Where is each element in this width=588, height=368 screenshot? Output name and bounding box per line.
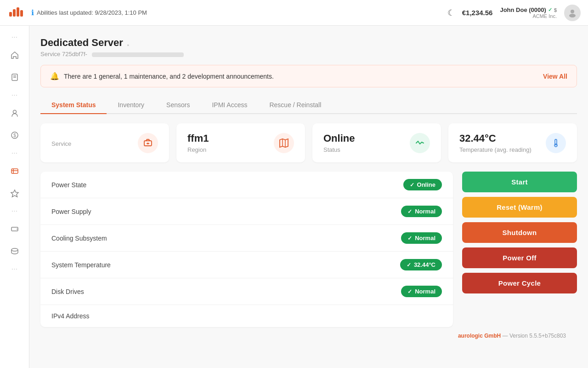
sidebar-item-services[interactable]: [5, 161, 25, 181]
card-temperature-value: 32.44°C: [459, 132, 531, 144]
balance: €1,234.56: [462, 9, 493, 17]
check-icon-2: ✓: [407, 208, 412, 215]
layout: ··· ··· $ ··· ··· ···: [0, 26, 588, 368]
cards-row: Service ffm1 Region Online: [40, 123, 577, 162]
table-row-cooling: Cooling Subsystem ✓ Normal: [40, 225, 453, 252]
sidebar-item-hardware[interactable]: [5, 219, 25, 239]
svg-marker-23: [280, 139, 288, 147]
card-service-content: Service: [51, 138, 71, 147]
moon-icon[interactable]: ☾: [447, 8, 455, 18]
card-service: Service: [40, 123, 169, 162]
check-icon-3: ✓: [407, 235, 412, 242]
footer-version: — Version 5.5.5+b75c803: [503, 333, 566, 339]
svg-point-10: [13, 110, 16, 114]
sidebar-dots-top[interactable]: ···: [10, 31, 19, 43]
shutdown-button[interactable]: Shutdown: [462, 222, 577, 243]
footer-brand: aurologic GmbH: [458, 333, 501, 339]
page-header: Dedicated Server . Service 725dbf7f-: [40, 37, 577, 58]
disk-drives-label: Disk Drives: [51, 288, 84, 295]
svg-point-18: [17, 229, 17, 230]
check-icon-4: ✓: [407, 262, 411, 268]
user-name: John Doe (0000) ✓ $: [500, 6, 557, 13]
topbar-right: ☾ €1,234.56 John Doe (0000) ✓ $ ACME Inc…: [447, 5, 581, 21]
announcement-text: There are 1 general, 1 maintenance, and …: [64, 73, 274, 80]
system-temp-badge: ✓ 32.44°C: [400, 259, 442, 270]
svg-point-27: [554, 144, 557, 147]
tab-system-status[interactable]: System Status: [40, 97, 107, 114]
user-company: ACME Inc.: [500, 13, 557, 19]
card-region: ffm1 Region: [176, 123, 305, 162]
logo: [7, 4, 26, 22]
power-state-badge: ✓ Online: [403, 179, 442, 190]
info-icon: ℹ: [31, 8, 34, 17]
view-all-button[interactable]: View All: [543, 73, 567, 80]
table-row-ipv4: IPv4 Address: [40, 305, 453, 327]
card-service-label: Service: [51, 140, 71, 147]
sidebar-item-billing[interactable]: $: [5, 125, 25, 145]
topbar-info: ℹ Abilities last updated: 9/28/2023, 1:1…: [31, 8, 147, 17]
card-region-icon: [274, 133, 294, 153]
poweroff-button[interactable]: Power Off: [462, 247, 577, 268]
reset-button[interactable]: Reset (Warm): [462, 197, 577, 218]
page-subtitle: Service 725dbf7f-: [40, 51, 577, 58]
start-button[interactable]: Start: [462, 172, 577, 192]
sidebar-dots-3[interactable]: ···: [10, 147, 19, 159]
card-status: Online Status: [312, 123, 441, 162]
subtitle-bar: [92, 52, 184, 57]
footer: aurologic GmbH — Version 5.5.5+b75c803: [40, 327, 577, 345]
announcement-banner: 🔔 There are 1 general, 1 maintenance, an…: [40, 65, 577, 87]
announcement-left: 🔔 There are 1 general, 1 maintenance, an…: [50, 72, 274, 80]
sidebar-item-favorites[interactable]: [5, 183, 25, 203]
card-status-icon: [410, 133, 430, 153]
power-state-label: Power State: [51, 181, 86, 189]
sidebar-dots-4[interactable]: ···: [10, 205, 19, 217]
check-icon-5: ✓: [407, 288, 412, 295]
user-info: John Doe (0000) ✓ $ ACME Inc.: [500, 6, 557, 19]
card-status-label: Status: [323, 146, 355, 153]
sidebar-item-orders[interactable]: [5, 67, 25, 87]
svg-marker-16: [11, 190, 18, 197]
tabs: System Status Inventory Sensors IPMI Acc…: [40, 97, 577, 114]
user-billing-icon: $: [554, 7, 557, 13]
page-title: Dedicated Server .: [40, 37, 577, 49]
action-panel: Start Reset (Warm) Shutdown Power Off Po…: [462, 172, 577, 327]
sidebar-item-home[interactable]: [5, 45, 25, 65]
content-area: Power State ✓ Online Power Supply ✓ Norm…: [40, 172, 577, 327]
user-verified-icon: ✓: [548, 7, 552, 13]
topbar-left: ℹ Abilities last updated: 9/28/2023, 1:1…: [7, 4, 147, 22]
svg-rect-13: [11, 169, 18, 173]
ipv4-label: IPv4 Address: [51, 312, 90, 320]
sidebar-item-users[interactable]: [5, 103, 25, 123]
tab-inventory[interactable]: Inventory: [107, 97, 155, 114]
table-row-disk-drives: Disk Drives ✓ Normal: [40, 278, 453, 305]
svg-point-5: [571, 10, 574, 13]
card-temperature-label: Temperature (avg. reading): [459, 146, 531, 153]
svg-rect-4: [20, 10, 23, 17]
card-service-icon: [138, 133, 158, 153]
status-table: Power State ✓ Online Power Supply ✓ Norm…: [40, 172, 453, 327]
bell-icon: 🔔: [50, 72, 59, 80]
powercycle-button[interactable]: Power Cycle: [462, 273, 577, 293]
card-region-label: Region: [187, 146, 209, 153]
card-status-value: Online: [323, 132, 355, 144]
card-temperature: 32.44°C Temperature (avg. reading): [448, 123, 577, 162]
svg-text:$: $: [13, 133, 16, 138]
cooling-badge: ✓ Normal: [401, 232, 442, 244]
system-temp-label: System Temperature: [51, 261, 111, 269]
card-region-value: ffm1: [187, 132, 209, 144]
cooling-label: Cooling Subsystem: [51, 235, 107, 242]
tab-sensors[interactable]: Sensors: [155, 97, 201, 114]
tab-ipmi-access[interactable]: IPMI Access: [201, 97, 258, 114]
abilities-text: Abilities last updated: 9/28/2023, 1:10 …: [37, 9, 147, 16]
card-status-content: Online Status: [323, 132, 355, 153]
user-avatar[interactable]: [564, 5, 581, 21]
main-content: Dedicated Server . Service 725dbf7f- 🔔 T…: [29, 26, 588, 368]
svg-point-19: [11, 248, 18, 251]
sidebar-dots-2[interactable]: ···: [10, 89, 19, 101]
table-row-system-temp: System Temperature ✓ 32.44°C: [40, 252, 453, 278]
topbar: ℹ Abilities last updated: 9/28/2023, 1:1…: [0, 0, 588, 26]
sidebar: ··· ··· $ ··· ··· ···: [0, 26, 29, 368]
tab-rescue-reinstall[interactable]: Rescue / Reinstall: [258, 97, 332, 114]
sidebar-item-storage[interactable]: [5, 241, 25, 261]
sidebar-dots-5[interactable]: ···: [10, 263, 19, 275]
